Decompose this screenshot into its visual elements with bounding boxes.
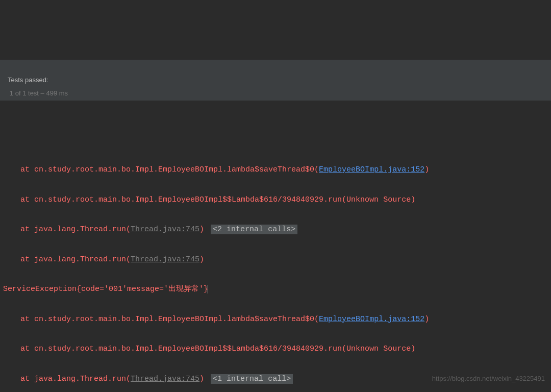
- stack-trace-line: at cn.study.root.main.bo.Impl.EmployeeBO…: [0, 162, 551, 177]
- stack-trace-line: at java.lang.Thread.run(Thread.java:745): [0, 252, 551, 267]
- text-cursor: [208, 285, 208, 293]
- stack-trace-line: at cn.study.root.main.bo.Impl.EmployeeBO…: [0, 312, 551, 327]
- internal-calls-badge: <2 internal calls>: [211, 225, 297, 234]
- source-link[interactable]: EmployeeBOImpl.java:152: [319, 165, 424, 174]
- source-link[interactable]: Thread.java:745: [131, 225, 199, 234]
- test-status-bar: Tests passed: 1 of 1 test – 499 ms: [0, 60, 551, 101]
- stack-trace-line: at cn.study.root.main.bo.Impl.EmployeeBO…: [0, 341, 551, 356]
- source-link[interactable]: Thread.java:745: [131, 375, 199, 383]
- exception-line: ServiceException{code='001'message='出现异常…: [0, 282, 551, 297]
- stack-trace-line: at java.lang.Thread.run(Thread.java:745)…: [0, 372, 551, 386]
- tests-count: 1 of 1 test – 499 ms: [8, 89, 68, 97]
- stack-trace-line: at java.lang.Thread.run(Thread.java:745)…: [0, 222, 551, 237]
- source-link[interactable]: EmployeeBOImpl.java:152: [319, 315, 424, 324]
- source-link[interactable]: Thread.java:745: [131, 255, 199, 264]
- tests-passed-label: Tests passed:: [8, 76, 48, 84]
- internal-calls-badge: <1 internal call>: [211, 374, 293, 384]
- console-output[interactable]: at cn.study.root.main.bo.Impl.EmployeeBO…: [0, 131, 551, 392]
- stack-trace-line: at cn.study.root.main.bo.Impl.EmployeeBO…: [0, 192, 551, 207]
